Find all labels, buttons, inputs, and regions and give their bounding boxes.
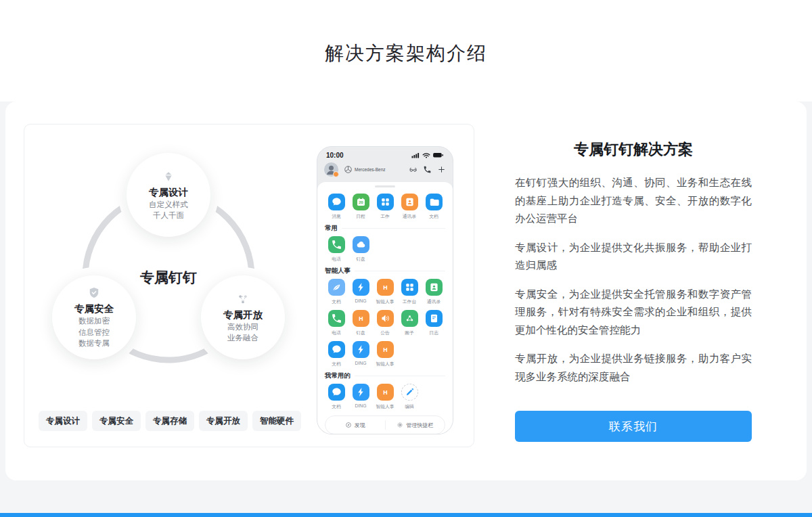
solution-paragraph: 专属安全，为企业提供安全托管服务和数字资产管理服务，针对有特殊安全需求的企业和组…: [515, 286, 752, 340]
section-title: 常用: [325, 224, 338, 233]
phone-header: Mercedes-Benz: [317, 160, 453, 182]
diagram-node-design: 专属设计 自定义样式 千人千面: [127, 153, 210, 237]
app-label: 智能人事: [376, 403, 394, 409]
bolt-icon: [353, 279, 369, 296]
app-label: 工作台: [403, 298, 416, 305]
signal-icon: [411, 152, 420, 158]
node-title: 专属设计: [149, 186, 188, 199]
bolt-icon: [353, 384, 369, 401]
org-brand: Mercedes-Benz: [344, 165, 386, 174]
grid-icon: [401, 279, 418, 296]
app-label: 钉盘: [356, 256, 365, 262]
app-phone: 电话: [324, 307, 348, 338]
app-label: 电话: [332, 330, 341, 336]
app-label: 智能人事: [376, 361, 394, 367]
section-title: 我常用的: [325, 372, 351, 380]
shield-check-icon: [87, 286, 102, 300]
section-apps-changyong: 电话钉盘: [324, 233, 446, 264]
app-letter-h: H钉盘: [348, 307, 373, 338]
discover-button: 发现: [325, 422, 385, 429]
phone-icon: [328, 236, 345, 253]
node-line: 数据专属: [78, 338, 110, 349]
phone-footer-bar: 发现 管理快捷栏: [325, 415, 445, 434]
drag-handle: [375, 185, 395, 187]
app-row: 文档DINGH智能人事工作台通讯录: [324, 275, 446, 307]
app-calendar: 20日程: [348, 190, 373, 221]
app-letter-h: H智能人事: [373, 275, 397, 307]
phone-app-sheet: 消息20日程工作通讯录文档 常用 电话钉盘 智能人事 文档DINGH智能人事工作…: [317, 182, 453, 434]
svg-text:H: H: [383, 346, 387, 353]
chat-icon: [328, 384, 345, 401]
solution-paragraph: 在钉钉强大的组织、沟通、协同、业务和生态在线的基座上助力企业打造专属、安全、开放…: [515, 174, 752, 228]
wifi-icon: [422, 152, 430, 158]
compass-icon: [345, 422, 352, 428]
app-label: 文档: [332, 403, 341, 409]
node-line: 高效协同: [227, 321, 258, 333]
tag-hardware: 智能硬件: [252, 411, 301, 431]
app-label: 文档: [429, 213, 438, 219]
solution-heading: 专属钉钉解决方案: [515, 139, 752, 160]
app-phone: 电话: [324, 233, 348, 264]
section-header-mine: 我常用的: [325, 372, 445, 380]
solution-paragraph: 专属设计，为企业提供文化共振服务，帮助企业打造归属感: [515, 239, 752, 275]
node-line: 业务融合: [227, 332, 258, 344]
app-chat: 文档: [324, 338, 348, 369]
diagram-node-security: 专属安全 数据加密 信息管控 数据专属: [52, 275, 136, 359]
app-label: DING: [355, 403, 367, 409]
phone-icon: [328, 310, 345, 327]
contact-us-button[interactable]: 联系我们: [515, 411, 752, 442]
app-chat: 消息: [324, 190, 348, 221]
phone-mockup: 10:00 Mercedes-Benz: [317, 146, 453, 434]
chat-icon: [328, 341, 345, 358]
solution-panel: 专属设计 自定义样式 千人千面 专属安全 数据加密 信息管控 数据专属 专属开放…: [5, 102, 807, 480]
avatar-badge: [333, 171, 339, 177]
node-line: 千人千面: [153, 210, 184, 221]
gear-icon: [397, 422, 403, 428]
app-asterisk: 圈子: [397, 307, 422, 338]
section-title: 智能人事: [325, 267, 351, 275]
app-pen: 文档: [324, 275, 348, 307]
share-network-icon: [235, 292, 250, 307]
app-contacts: 通讯录: [397, 190, 422, 221]
app-label: 通讯录: [427, 298, 441, 305]
tag-open: 专属开放: [199, 411, 248, 431]
discover-label: 发现: [355, 422, 365, 429]
app-megaphone: 公告: [373, 307, 397, 338]
contacts-icon: [426, 279, 443, 296]
app-label: 文档: [332, 361, 341, 367]
manage-quickbar-label: 管理快捷栏: [406, 422, 433, 429]
diagram-center-label: 专属钉钉: [114, 268, 223, 287]
app-letter-h: H智能人事: [373, 380, 397, 411]
node-line: 数据加密: [78, 315, 110, 327]
section-apps-mine: 文档DINGH智能人事编辑: [324, 380, 446, 411]
app-label: 消息: [332, 213, 341, 219]
node-title: 专属开放: [223, 309, 263, 321]
plus-icon: [437, 165, 446, 174]
grid-icon: [377, 194, 394, 210]
app-label: 编辑: [405, 403, 414, 409]
app-label: 日志: [429, 330, 438, 336]
dock-apps: 消息20日程工作通讯录文档: [324, 190, 446, 221]
status-time: 10:00: [326, 152, 344, 159]
phone-status-bar: 10:00: [317, 147, 453, 160]
manage-quickbar-button: 管理快捷栏: [386, 422, 445, 429]
app-label: 公告: [380, 330, 390, 336]
app-chat: 文档: [324, 380, 348, 411]
app-row: 文档DINGH智能人事: [324, 338, 446, 369]
pen-icon: [328, 279, 345, 296]
folder-icon: [426, 194, 443, 210]
letter-h-icon: H: [377, 341, 394, 358]
app-label: 通讯录: [403, 213, 416, 219]
app-grid: 工作台: [397, 275, 422, 307]
svg-text:H: H: [359, 315, 363, 322]
node-title: 专属安全: [74, 302, 114, 315]
org-name: Mercedes-Benz: [355, 167, 386, 172]
app-letter-h: H智能人事: [373, 338, 397, 369]
edit-icon: [401, 384, 418, 401]
app-label: 文档: [332, 298, 341, 305]
app-bolt: DING: [348, 380, 373, 411]
app-row: 电话钉盘: [324, 233, 446, 264]
bolt-icon: [353, 341, 369, 358]
mercedes-logo-icon: [344, 165, 353, 174]
node-line: 信息管控: [78, 327, 110, 338]
